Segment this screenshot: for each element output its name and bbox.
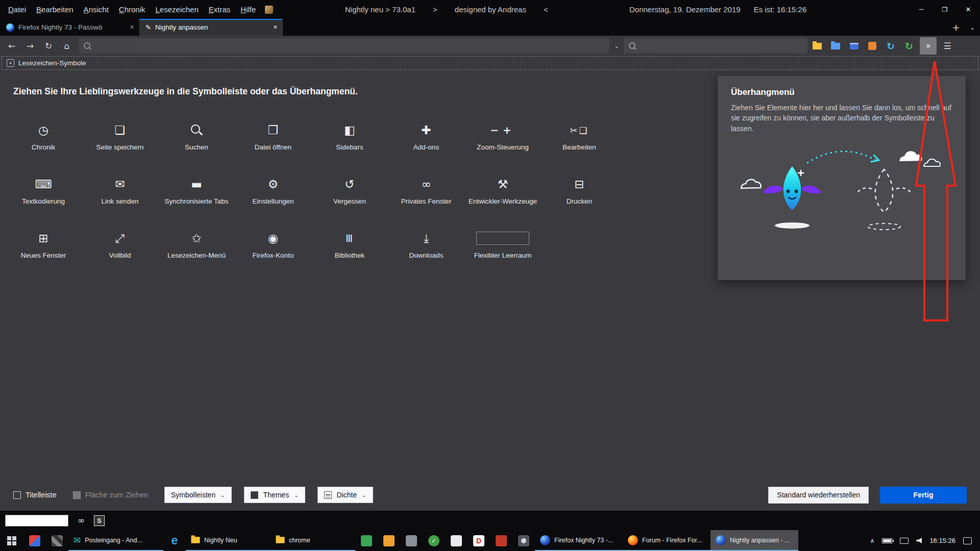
pinned-app-icon[interactable] <box>378 530 400 551</box>
speaker-icon[interactable] <box>916 538 922 543</box>
palette-item-label: Textkodierung <box>22 197 65 206</box>
taskbar-button-chrome[interactable]: chrome <box>271 530 355 551</box>
taskbar-address-input[interactable] <box>5 515 68 527</box>
palette-item-textkodierung[interactable]: ⌨ Textkodierung <box>5 174 82 215</box>
glasses-app-icon[interactable]: ∞ <box>78 515 85 525</box>
bookmarks-card-button[interactable] <box>845 37 863 55</box>
minimize-button[interactable]: ─ <box>910 0 933 19</box>
taskbar-button-nightly-anpassen[interactable]: Nightly anpassen - ... <box>710 530 798 551</box>
done-button[interactable]: Fertig <box>880 487 967 504</box>
toolbars-dropdown[interactable]: Symbolleisten ⌄ <box>164 487 232 503</box>
palette-item-neues-fenster[interactable]: ⊞ Neues Fenster <box>5 228 82 269</box>
url-bar[interactable] <box>79 38 609 54</box>
back-button[interactable]: ← <box>3 37 20 55</box>
palette-item-lesezeichen-menue[interactable]: ✩ Lesezeichen-Menü <box>158 228 235 269</box>
taskbar-button-forum[interactable]: Forum - Firefox For... <box>623 530 710 551</box>
pinned-app-icon[interactable] <box>445 530 468 551</box>
forward-button[interactable]: → <box>21 37 39 55</box>
palette-item-add-ons[interactable]: ✚ Add-ons <box>388 120 464 161</box>
overflow-menu-button[interactable]: » <box>919 36 938 56</box>
edge-browser-icon[interactable]: e <box>163 530 186 551</box>
tab-close-icon[interactable]: ✕ <box>130 24 134 31</box>
palette-item-firefox-konto[interactable]: ◉ Firefox-Konto <box>235 228 311 269</box>
dictionary-app-icon <box>473 535 484 546</box>
battery-icon[interactable] <box>882 538 892 543</box>
palette-item-chronik[interactable]: ◷ Chronik <box>5 120 82 161</box>
menu-hilfe[interactable]: Hilfe <box>235 5 261 14</box>
action-center-icon[interactable] <box>963 537 972 544</box>
pinned-app-icon[interactable] <box>355 530 378 551</box>
tab-nightly-anpassen[interactable]: ✎ Nightly anpassen ✕ <box>139 19 283 36</box>
palette-item-label: Bibliothek <box>335 251 365 260</box>
blue-folder-button[interactable] <box>827 37 844 55</box>
app-menu-button[interactable]: ☰ <box>939 37 956 55</box>
sync-button-blue[interactable]: ↻ <box>882 37 899 55</box>
pinned-app-icon[interactable] <box>23 530 46 551</box>
pinned-app-icon[interactable] <box>512 530 535 551</box>
tab-title: Firefox Nightly 73 - Passwö <box>18 23 126 31</box>
windows-logo-icon <box>7 536 16 545</box>
palette-item-link-senden[interactable]: ✉ Link senden <box>82 174 158 215</box>
close-window-button[interactable]: ✕ <box>957 0 980 19</box>
menu-chronik[interactable]: Chronik <box>114 5 151 14</box>
red-app-icon <box>496 535 507 546</box>
list-all-tabs-button[interactable]: ⌄ <box>965 19 980 36</box>
home-button[interactable]: ⌂ <box>58 37 76 55</box>
tab-firefox-nightly[interactable]: Firefox Nightly 73 - Passwö ✕ <box>0 19 139 36</box>
palette-item-privates-fenster[interactable]: ∞ Privates Fenster <box>388 174 464 215</box>
palette-item-suchen[interactable]: Suchen <box>158 120 235 161</box>
density-dropdown[interactable]: Dichte ⌄ <box>317 487 373 503</box>
reload-button[interactable]: ↻ <box>40 37 57 55</box>
pinned-app-icon[interactable] <box>423 530 445 551</box>
start-button[interactable] <box>0 530 23 551</box>
palette-item-seite-speichern[interactable]: ❏ Seite speichern <box>82 120 158 161</box>
menu-ansicht[interactable]: Ansicht <box>79 5 114 14</box>
palette-item-sidebars[interactable]: ◧ Sidebars <box>311 120 388 161</box>
tab-close-icon[interactable]: ✕ <box>273 24 278 31</box>
themes-dropdown[interactable]: Themes ⌄ <box>244 487 305 503</box>
taskbar-clock[interactable]: 16:15:26 <box>929 537 955 544</box>
pinned-app-icon[interactable] <box>468 530 490 551</box>
restore-defaults-button[interactable]: Standard wiederherstellen <box>768 487 869 504</box>
palette-item-synchronisierte-tabs[interactable]: ▬ Synchronisierte Tabs <box>158 174 235 215</box>
palette-item-bibliothek[interactable]: ≡ Bibliothek <box>311 228 388 269</box>
menu-datei[interactable]: Datei <box>3 5 31 14</box>
palette-item-datei-oeffnen[interactable]: ❐ Datei öffnen <box>235 120 311 161</box>
search-bar[interactable] <box>624 38 807 54</box>
bookmarks-toolbar[interactable]: ✦ Lesezeichen-Symbole <box>2 56 978 70</box>
s-app-icon[interactable]: S <box>94 515 105 526</box>
titlebar-checkbox[interactable]: Titelleiste <box>13 491 57 499</box>
new-tab-button[interactable]: + <box>947 19 965 36</box>
taskbar-button-posteingang[interactable]: ✉ Posteingang - And... <box>68 530 163 551</box>
menu-bearbeiten[interactable]: Bearbeiten <box>31 5 79 14</box>
menu-extras[interactable]: Extras <box>204 5 236 14</box>
palette-item-bearbeiten[interactable]: ✂❏ Bearbeiten <box>541 120 618 161</box>
menu-lesezeichen[interactable]: Lesezeichen <box>151 5 204 14</box>
pinned-app-icon[interactable] <box>400 530 423 551</box>
palette-item-drucken[interactable]: ⊟ Drucken <box>541 174 618 215</box>
restore-window-button[interactable]: ❐ <box>933 0 957 19</box>
yellow-folder-button[interactable] <box>808 37 826 55</box>
tray-expand-icon[interactable]: ∧ <box>870 537 875 544</box>
palette-item-label: Downloads <box>409 251 444 260</box>
palette-item-downloads[interactable]: ⤓ Downloads <box>388 228 464 269</box>
titlebar-custom-title: designed by Andreas <box>455 5 526 14</box>
pinned-app-icon[interactable] <box>46 530 68 551</box>
palette-item-entwickler-werkzeuge[interactable]: ⚒ Entwickler-Werkzeuge <box>464 174 541 215</box>
orange-addon-button[interactable] <box>864 37 881 55</box>
palette-item-zoom-steuerung[interactable]: −+ Zoom-Steuerung <box>464 120 541 161</box>
sync-button-green[interactable]: ↻ <box>900 37 918 55</box>
taskbar-button-firefox-nightly[interactable]: Firefox Nightly 73 -... <box>535 530 623 551</box>
pinned-app-icon[interactable] <box>490 530 512 551</box>
dragspace-checkbox[interactable]: Fläche zum Ziehen <box>73 491 148 499</box>
palette-item-einstellungen[interactable]: ⚙ Einstellungen <box>235 174 311 215</box>
chevron-down-icon: ⌄ <box>362 492 366 498</box>
menubar-addon-icon[interactable] <box>265 6 273 14</box>
palette-item-vollbild[interactable]: ⤢ Vollbild <box>82 228 158 269</box>
palette-item-flexibler-leerraum[interactable]: Flexibler Leerraum <box>464 228 541 269</box>
palette-item-vergessen[interactable]: ↺ Vergessen <box>311 174 388 215</box>
network-icon[interactable] <box>900 538 909 544</box>
urlbar-dropmarker[interactable]: ⌄ <box>610 37 623 55</box>
taskbar-button-nightly-neu[interactable]: Nightly Neu <box>186 530 271 551</box>
email-link-icon: ✉ <box>115 176 125 192</box>
